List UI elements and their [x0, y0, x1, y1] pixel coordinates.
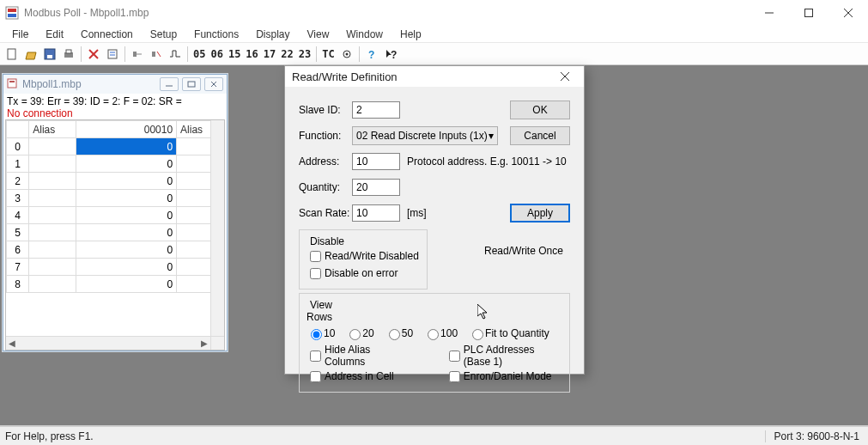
table-row[interactable]: 20	[7, 173, 224, 190]
maximize-button[interactable]	[789, 0, 829, 26]
data-table[interactable]: Alias 00010 Alias 001020304050607080 ◀ ▶	[5, 119, 225, 351]
rw-disabled-checkbox[interactable]: Read/Write Disabled	[307, 247, 420, 265]
rows-radio-10[interactable]: 10	[307, 326, 335, 340]
cell-value[interactable]: 0	[76, 241, 177, 259]
table-row[interactable]: 00	[7, 138, 224, 155]
menu-setup[interactable]: Setup	[142, 27, 185, 42]
rows-radio-fit-to-quantity[interactable]: Fit to Quantity	[468, 326, 549, 340]
header-blank	[7, 121, 29, 138]
toolbar-code-22[interactable]: 22	[279, 48, 294, 60]
scroll-left-arrow-icon[interactable]: ◀	[6, 338, 18, 348]
cell-value[interactable]: 0	[76, 207, 177, 224]
cell-value[interactable]: 0	[76, 276, 177, 293]
toolbar-code-16[interactable]: 16	[244, 48, 259, 60]
connect-icon[interactable]	[129, 46, 146, 63]
cell-alias[interactable]	[29, 224, 76, 241]
quantity-input[interactable]	[352, 179, 400, 196]
menu-file[interactable]: File	[3, 27, 37, 42]
minimize-button[interactable]	[750, 0, 789, 26]
settings-icon[interactable]	[338, 46, 355, 63]
toolbar-code-15[interactable]: 15	[227, 48, 242, 60]
cell-alias[interactable]	[29, 155, 76, 173]
save-icon[interactable]	[41, 46, 58, 63]
slave-id-input[interactable]	[352, 101, 400, 119]
menu-functions[interactable]: Functions	[185, 27, 247, 42]
properties-icon[interactable]	[104, 46, 121, 63]
cell-alias[interactable]	[29, 241, 76, 259]
dialog-close-button[interactable]	[553, 66, 577, 87]
header-value[interactable]: 00010	[76, 121, 177, 138]
scan-rate-input[interactable]	[352, 204, 400, 222]
new-icon[interactable]	[3, 46, 21, 63]
menu-display[interactable]: Display	[247, 27, 298, 42]
menu-connection[interactable]: Connection	[72, 27, 142, 42]
cell-value[interactable]: 0	[76, 259, 177, 276]
cell-alias[interactable]	[29, 173, 76, 190]
header-alias[interactable]: Alias	[29, 121, 76, 138]
disconnect-icon[interactable]	[148, 46, 165, 63]
scrollbar-horizontal[interactable]: ◀ ▶	[6, 336, 210, 350]
apply-button[interactable]: Apply	[510, 204, 570, 222]
cell-alias[interactable]	[29, 138, 76, 155]
enron-mode-checkbox[interactable]: Enron/Daniel Mode	[446, 368, 562, 385]
rows-radio-100[interactable]: 100	[423, 326, 458, 340]
cell-value[interactable]: 0	[76, 138, 177, 155]
menu-window[interactable]: Window	[337, 27, 392, 42]
row-header: 4	[7, 207, 29, 224]
toolbar-code-05[interactable]: 05	[191, 48, 207, 60]
table-row[interactable]: 30	[7, 190, 224, 207]
cell-alias[interactable]	[29, 207, 76, 224]
dialog-titlebar[interactable]: Read/Write Definition	[285, 66, 584, 87]
help-icon[interactable]: ?	[363, 46, 380, 63]
close-button[interactable]	[829, 0, 868, 26]
delete-icon[interactable]	[85, 46, 102, 63]
child-close-button[interactable]	[204, 77, 223, 91]
toolbar-code-06[interactable]: 06	[209, 48, 224, 60]
svg-rect-12	[66, 50, 71, 53]
function-combobox[interactable]: 02 Read Discrete Inputs (1x) ▾	[352, 126, 498, 145]
child-maximize-button[interactable]	[182, 77, 201, 91]
toolbar-code-17[interactable]: 17	[262, 48, 277, 60]
rows-radio-20[interactable]: 20	[345, 326, 373, 340]
address-in-cell-checkbox[interactable]: Address in Cell	[307, 368, 403, 385]
menu-view[interactable]: View	[299, 27, 338, 42]
address-input[interactable]	[352, 153, 400, 170]
cell-value[interactable]: 0	[76, 155, 177, 173]
svg-rect-4	[805, 9, 813, 17]
cell-alias[interactable]	[29, 259, 76, 276]
open-icon[interactable]	[22, 46, 39, 63]
cell-value[interactable]: 0	[76, 173, 177, 190]
table-row[interactable]: 50	[7, 224, 224, 241]
table-row[interactable]: 80	[7, 276, 224, 293]
cell-value[interactable]: 0	[76, 224, 177, 241]
read-write-once-button[interactable]: Read/Write Once	[484, 245, 570, 257]
disable-on-error-checkbox[interactable]: Disable on error	[307, 265, 420, 282]
cell-alias[interactable]	[29, 190, 76, 207]
hide-alias-checkbox[interactable]: Hide Alias Columns	[307, 347, 403, 364]
cancel-button[interactable]: Cancel	[510, 126, 570, 145]
ok-button[interactable]: OK	[510, 101, 570, 119]
rows-radio-50[interactable]: 50	[385, 326, 413, 340]
table-row[interactable]: 60	[7, 241, 224, 259]
scrollbar-vertical[interactable]	[210, 120, 224, 336]
pulse-icon[interactable]	[167, 46, 184, 63]
dialog-title: Read/Write Definition	[292, 70, 553, 83]
cell-alias[interactable]	[29, 276, 76, 293]
child-titlebar[interactable]: Mbpoll1.mbp	[3, 75, 227, 94]
svg-marker-8	[26, 52, 36, 59]
context-help-icon[interactable]: ?	[382, 46, 399, 63]
table-row[interactable]: 70	[7, 259, 224, 276]
cell-value[interactable]: 0	[76, 190, 177, 207]
scroll-corner	[210, 336, 224, 350]
table-row[interactable]: 10	[7, 155, 224, 173]
toolbar-code-23[interactable]: 23	[297, 48, 313, 60]
disable-group: Disable Read/Write Disabled Disable on e…	[299, 229, 428, 290]
child-minimize-button[interactable]	[160, 77, 179, 91]
toolbar-code-tc[interactable]: TC	[320, 48, 336, 60]
plc-base1-checkbox[interactable]: PLC Addresses (Base 1)	[446, 347, 562, 364]
menu-help[interactable]: Help	[392, 27, 430, 42]
menu-edit[interactable]: Edit	[37, 27, 72, 42]
table-row[interactable]: 40	[7, 207, 224, 224]
scroll-right-arrow-icon[interactable]: ▶	[198, 338, 210, 348]
print-icon[interactable]	[60, 46, 77, 63]
